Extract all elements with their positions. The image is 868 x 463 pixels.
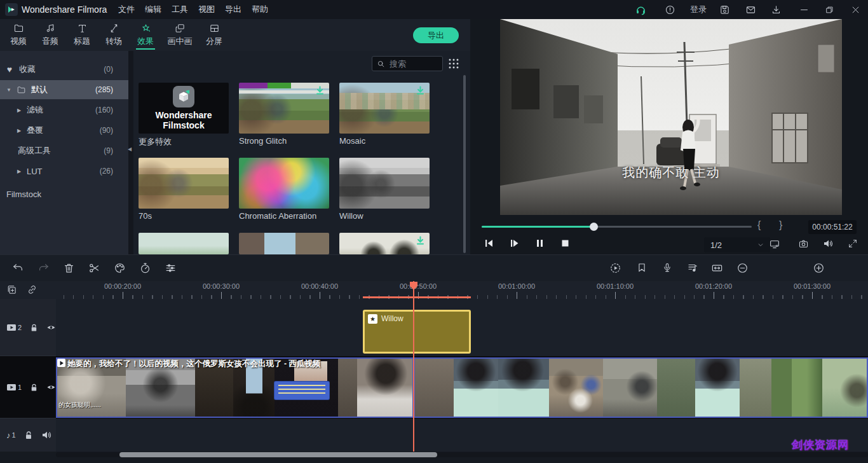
chevron-right-icon[interactable]: ▶ [17,107,24,113]
speaker-icon[interactable] [41,430,51,440]
lock-icon[interactable] [29,382,39,392]
effect-thumb-willow[interactable] [339,158,430,209]
sidebar-item-lut[interactable]: ▶ LUT (26) [0,162,128,181]
zoom-out-button[interactable] [736,262,749,274]
audio-mixer-button[interactable] [687,262,698,273]
export-button[interactable]: 导出 [413,27,459,43]
effect-thumb-chromatic-aberration[interactable] [239,158,329,209]
tab-video[interactable]: 视频 [3,19,34,51]
snapshot-camera-icon[interactable] [798,238,809,249]
effect-card-filmstock[interactable]: Wondershare Filmstock [139,83,229,134]
sidebar-item-filmstock[interactable]: Filmstock [0,184,128,204]
menu-view[interactable]: 视图 [198,4,215,15]
timeline-hscroll-thumb[interactable] [119,452,437,457]
lock-icon[interactable] [29,322,39,333]
menu-tools[interactable]: 工具 [172,4,188,15]
sidebar-item-filters[interactable]: ▶ 滤镜 (160) [0,100,128,120]
render-preview-button[interactable] [609,262,621,274]
download-icon[interactable] [763,0,789,19]
add-media-icon[interactable] [6,284,17,295]
voiceover-mic-button[interactable] [661,262,673,273]
video-preview[interactable] [500,19,842,215]
audio-track-icon: ♪ 1 [6,431,16,440]
menu-help[interactable]: 帮助 [252,4,268,15]
seek-bar-thumb[interactable] [590,223,598,231]
fit-timeline-button[interactable] [711,262,723,274]
tab-pip[interactable]: 画中画 [161,19,198,51]
effect-thumb-partial[interactable] [339,233,430,254]
mark-in-icon[interactable]: { [757,219,761,231]
restore-button[interactable] [817,0,842,19]
effect-label: Willow [339,211,363,221]
delete-button[interactable] [63,262,75,274]
tab-effects[interactable]: 效果 [130,19,161,51]
redo-button[interactable] [37,262,50,274]
effect-thumb-strong-glitch[interactable] [239,83,329,134]
panel-collapse-icon[interactable]: ◀ [128,146,132,152]
pause-button[interactable] [535,238,545,248]
support-headset-icon[interactable] [628,0,653,19]
chevron-down-icon[interactable]: ▼ [6,87,13,93]
close-button[interactable] [843,0,868,19]
download-effect-icon [315,86,325,95]
sidebar-item-default[interactable]: ▼ 默认 (285) [0,80,128,99]
stop-button[interactable] [560,238,570,248]
fullscreen-icon[interactable] [848,238,858,249]
speed-button[interactable] [139,262,151,274]
effect-thumb-partial[interactable] [239,233,329,254]
playhead-line[interactable] [413,281,414,452]
menu-edit[interactable]: 编辑 [145,4,161,15]
tab-audio[interactable]: 音频 [34,19,66,51]
effects-scrollbar[interactable] [463,75,466,253]
video-frame [500,19,842,215]
mail-icon[interactable] [738,0,763,19]
eye-icon[interactable] [46,322,56,333]
clip-title-overlay: 她要的，我给不了！以后的视频，这个俄罗斯女孩不会出现了 - 西瓜视频 [67,359,398,370]
filmstock-logo-icon [173,86,194,107]
menu-bar: 文件 编辑 工具 视图 导出 帮助 [118,0,278,19]
previous-frame-button[interactable] [484,238,494,248]
play-button[interactable] [510,238,519,248]
info-icon[interactable] [657,0,682,19]
eye-icon[interactable] [46,382,56,392]
minimize-button[interactable] [791,0,817,19]
undo-button[interactable] [12,262,24,274]
sidebar-item-favorites[interactable]: ♥ 收藏 (0) [0,60,128,79]
folder-icon [17,85,26,95]
chevron-right-icon[interactable]: ▶ [17,128,24,134]
track-header-video1: 1 [0,356,56,418]
ruler-label: 00:00:30:00 [203,282,240,290]
lock-icon[interactable] [24,430,34,440]
tab-transitions[interactable]: 转场 [98,19,130,51]
track-lane-audio1[interactable] [56,418,868,452]
volume-icon[interactable] [823,238,833,249]
grid-view-icon[interactable] [448,58,459,69]
chevron-right-icon[interactable]: ▶ [17,169,24,174]
effect-thumb-partial[interactable] [139,233,229,254]
login-button[interactable]: 登录 [684,0,713,19]
marker-button[interactable] [636,262,648,273]
search-box[interactable] [372,56,443,71]
tab-splitscreen[interactable]: 分屏 [198,19,230,51]
link-icon[interactable] [27,284,37,295]
effect-thumb-mosaic[interactable] [339,83,430,134]
save-icon[interactable] [712,0,737,19]
adjust-button[interactable] [165,262,177,274]
zoom-in-button[interactable] [813,262,825,274]
search-input[interactable] [388,59,438,69]
menu-file[interactable]: 文件 [118,4,135,15]
mark-out-icon[interactable]: } [779,219,782,231]
effect-clip-willow[interactable]: ★ Willow [363,310,471,354]
preview-zoom-select[interactable]: 1/2 [704,237,770,252]
menu-export[interactable]: 导出 [225,4,241,15]
sidebar-item-overlays[interactable]: ▶ 叠覆 (90) [0,121,128,140]
sidebar-item-advanced-tools[interactable]: 高级工具 (9) [0,141,128,160]
tab-titles[interactable]: 标题 [66,19,98,51]
timeline-ruler[interactable]: 00:00:20:00 00:00:30:00 00:00:40:00 00:0… [0,281,868,299]
video-clip-segment-2[interactable] [414,357,868,418]
effects-panel: Wondershare Filmstock 更多特效 Strong Glitch… [133,51,470,254]
split-scissors-button[interactable] [88,262,100,274]
color-palette-button[interactable] [114,262,126,274]
effect-thumb-70s[interactable] [139,158,229,209]
display-device-icon[interactable] [769,238,780,250]
